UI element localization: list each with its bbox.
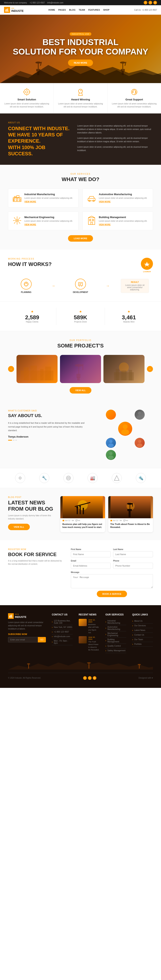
nav-blog[interactable]: BLOG	[69, 9, 75, 11]
projects-icon: ★	[58, 310, 102, 313]
services-grid: Industrial Manufacturing Lorem ipsum dol…	[8, 189, 153, 231]
nav-features[interactable]: FEATURES	[88, 9, 100, 11]
service-mechanical-link[interactable]: VIEW MORE	[24, 224, 36, 226]
project-images	[16, 355, 145, 383]
contact-item-4: ›Mon - Fri: 9am - 6pm	[52, 639, 73, 645]
field-message: Message	[71, 571, 153, 588]
nav-shop[interactable]: SHOP	[103, 9, 110, 11]
nav-pages[interactable]: PAGES	[58, 9, 66, 11]
svg-point-76	[137, 415, 142, 419]
carousel-prev-button[interactable]: ‹	[8, 366, 14, 372]
footer-news-date-0: June 12, 2024	[88, 619, 99, 623]
project-img-1[interactable]	[16, 355, 57, 383]
testi-title: SAY ABOUT US.	[8, 413, 91, 418]
about-headline-rest: .	[68, 126, 70, 131]
service-link-0[interactable]: ›Industrial Manufacturing	[105, 619, 126, 625]
quick-link-5[interactable]: ›Portfolio	[132, 642, 153, 647]
contact-item-1: ›New York, NY 10001	[52, 625, 73, 630]
service-link-2[interactable]: ›Mechanical Engineering	[105, 632, 126, 638]
feature-smart-title: Smart Solution	[3, 98, 50, 101]
social-twitter[interactable]: t	[148, 1, 152, 5]
quick-link-0[interactable]: ›About Us	[132, 619, 153, 624]
service-link-4[interactable]: ›Quality Control	[105, 644, 126, 648]
booking-submit-button[interactable]: Book a Service	[97, 591, 127, 597]
phone-label: Phone	[113, 560, 153, 562]
service-link-5[interactable]: ›Safety Management	[105, 648, 126, 653]
footer-social-tw[interactable]: t	[88, 676, 92, 680]
project-img-3-inner	[104, 355, 145, 383]
testi-avatars	[97, 410, 153, 460]
about-years: 10 YEARS	[32, 132, 55, 137]
svg-point-92	[79, 506, 81, 507]
project-img-2[interactable]	[60, 355, 101, 383]
service-industrial-link[interactable]: VIEW MORE	[24, 200, 36, 203]
quick-link-4[interactable]: ›Our Team	[132, 637, 153, 642]
field-lastname: Last Name	[113, 548, 153, 557]
q-bullet-3: ›	[132, 633, 133, 636]
blog-viewall-button[interactable]: VIEW ALL	[8, 524, 30, 530]
svg-rect-113	[89, 663, 89, 668]
quick-link-3[interactable]: ›Contact Us	[132, 633, 153, 637]
service-mechanical: Mechanical Engineering Lorem ipsum dolor…	[8, 212, 78, 231]
svg-point-17	[26, 91, 28, 93]
footer-news-img-1	[79, 636, 87, 643]
booking-form: First Name Last Name Email Phone Message…	[71, 548, 153, 597]
s-bullet-0: ›	[105, 620, 106, 623]
footer-col-brand: ● ● ● INDUSTE Lorem ipsum dolor sit amet…	[8, 613, 46, 654]
blog-section: BLOG POST LATEST NEWS FROM OUR BLOG Lore…	[0, 488, 161, 540]
quick-link-1[interactable]: ›Our Services	[132, 624, 153, 628]
logo[interactable]: ●●● INDUSTE	[4, 7, 24, 13]
clients-icon: ★	[10, 310, 54, 313]
footer-email-input[interactable]	[8, 637, 38, 643]
service-link-3[interactable]: ›Building Management	[105, 638, 126, 644]
support-icon	[130, 88, 138, 96]
logo-text-container: ●●● INDUSTE	[11, 7, 24, 13]
project-img-3[interactable]	[104, 355, 145, 383]
step-arrow-1: →	[44, 284, 62, 288]
projects-carousel: ‹	[8, 355, 153, 383]
avatar-large	[118, 422, 132, 436]
nav-home[interactable]: HOME	[48, 9, 55, 11]
email-input[interactable]	[71, 563, 111, 569]
svg-rect-1	[6, 9, 7, 11]
service-building-title: Building Management	[99, 216, 147, 219]
svg-rect-104	[132, 503, 133, 507]
dot-2	[15, 440, 17, 441]
footer-news-info-1: June 10, 2024 The Truth about Power is A…	[88, 636, 99, 651]
partner-5	[112, 473, 122, 483]
svg-rect-47	[91, 222, 92, 224]
social-linkedin[interactable]: in	[153, 1, 157, 5]
social-facebook[interactable]: f	[144, 1, 147, 5]
service-link-1[interactable]: ›Automotive Manufacturing	[105, 625, 126, 632]
svg-point-114	[87, 662, 91, 663]
phone-input[interactable]	[113, 563, 153, 569]
service-building-link[interactable]: VIEW MORE	[99, 224, 110, 226]
blog-card-1-content: Business plan will help you figure out h…	[61, 523, 105, 532]
footer-social-fb[interactable]: f	[83, 676, 87, 680]
footer-social-in[interactable]: in	[93, 676, 96, 680]
footer-copyright: © 2024 Induste. All Rights Reserved.	[8, 677, 41, 679]
svg-rect-61	[24, 368, 29, 380]
quick-link-2[interactable]: ›Latest News	[132, 628, 153, 633]
carousel-next-button[interactable]: ›	[147, 366, 153, 372]
building-icon	[87, 216, 96, 225]
hero-cta-button[interactable]: READ MORE	[68, 60, 93, 66]
about-headline: CONNECT WITH INDUSTE. WE HAVE 10 YEARS O…	[8, 125, 71, 157]
nav-team[interactable]: TEAM	[79, 9, 85, 11]
service-industrial: Industrial Manufacturing Lorem ipsum dol…	[8, 189, 78, 207]
development-label: DEVELOPMENT	[62, 291, 99, 293]
footer-col-news: RECENT NEWS June 12, 2024 Business plan …	[79, 613, 99, 654]
hero-section: INDUSTRIAL USE BEST INDUSTRIAL SOLUTION …	[0, 15, 161, 83]
service-automotive-link[interactable]: VIEW MORE	[99, 200, 110, 203]
projects-viewall-button[interactable]: VIEW ALL	[70, 387, 91, 393]
services-loadmore-button[interactable]: LOAD MORE	[68, 235, 93, 242]
footer-news-text-0: Business plan will help you figure out.	[88, 623, 99, 634]
project-img-1-inner	[16, 355, 57, 383]
message-textarea[interactable]	[71, 574, 153, 588]
firstname-input[interactable]	[71, 551, 111, 557]
lastname-input[interactable]	[113, 551, 153, 557]
footer-subscribe-button[interactable]: GO	[38, 637, 46, 643]
planning-label: PLANNING	[8, 291, 44, 293]
svg-line-26	[81, 90, 81, 91]
footer-brand-name: INDUSTE	[15, 616, 26, 619]
